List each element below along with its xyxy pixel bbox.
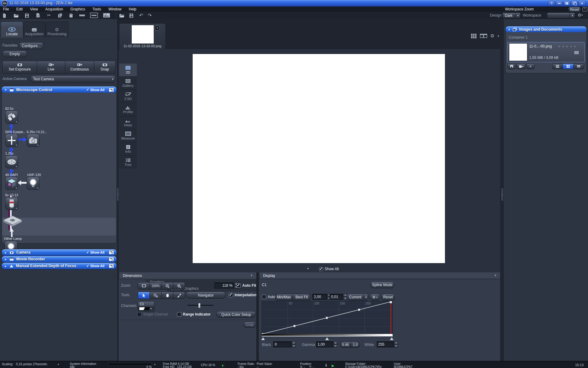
split-view-icon[interactable] [480,33,487,38]
best-fit-high-field[interactable]: 0,01 [330,294,343,300]
menu-view[interactable]: View [30,7,38,12]
view-options-caret-icon[interactable] [497,34,499,38]
save-image-icon[interactable] [128,12,135,18]
workspace-dock-icon[interactable] [582,7,587,11]
show-all-checkbox[interactable]: Show All [90,264,104,268]
copy-icon[interactable] [56,12,64,18]
filter-cube-node[interactable] [5,177,18,190]
cursor-tool-button[interactable] [138,292,150,299]
gamma-slider[interactable] [325,337,329,340]
zoom-value-field[interactable]: 118 % [214,282,234,289]
info-icon[interactable]: i [326,363,327,368]
panel-menu-caret-icon[interactable] [495,274,496,277]
white-point-line[interactable] [390,301,391,335]
close-document-icon[interactable] [155,25,160,31]
gamma-stepper[interactable] [334,341,337,347]
channel-chip[interactable]: C1 [138,301,154,312]
document-tab[interactable]: 11-02-2016 13-33-00.png [119,23,166,49]
range-indicator-checkbox[interactable] [177,312,181,316]
menu-window[interactable]: Window [108,7,122,12]
curve-handle[interactable] [293,325,296,327]
tasks-expand-icon[interactable] [154,362,156,366]
redo-icon[interactable] [146,12,153,18]
quick-color-setup-button[interactable]: Quick Color Setup [217,311,256,318]
stage-node[interactable] [3,215,22,228]
show-all-checkbox[interactable]: Show All [90,88,104,92]
interpolation-checkbox[interactable] [229,293,233,297]
zoom-out-button[interactable] [162,282,173,289]
snap-button[interactable]: Snap [94,61,115,73]
tab-acquisition[interactable]: Acquisition [23,21,45,37]
empty-favorite-button[interactable]: Empty [2,51,27,57]
dual-monitor-button[interactable] [563,1,570,6]
show-all-checkbox[interactable]: Show All [90,251,104,254]
display-gear-menu[interactable] [370,294,380,301]
gamma-field[interactable]: 1,00 [316,341,333,347]
binocular-node[interactable] [5,111,18,124]
minimize-button[interactable] [556,1,563,6]
histogram-plot[interactable]: 50 100 150 200 [262,301,393,336]
black-point-slider[interactable] [261,337,265,340]
curve-handle[interactable] [390,301,392,303]
continuous-button[interactable]: Continuous [65,61,94,73]
zoom-in-button[interactable] [173,282,185,289]
hxp-lamp-node[interactable] [27,177,40,190]
curve-handle[interactable] [326,317,328,319]
mode-select[interactable]: Current [347,294,369,301]
scaling-expand-icon[interactable] [58,362,59,366]
tab-dimensions[interactable]: Dimensions [119,272,257,279]
display-reset-button[interactable]: Reset [381,294,395,301]
eyepiece-beamsplitter-node[interactable] [5,134,18,147]
tab-locate[interactable]: Locate [1,21,23,37]
lut-curve[interactable] [262,301,393,335]
save-icon[interactable] [23,12,31,18]
movie-recorder-panel-header[interactable]: Movie Recorder [2,256,117,263]
close-file-button[interactable] [526,63,534,69]
workspace-select[interactable] [547,13,575,18]
menu-graphics[interactable]: Graphics [70,7,85,12]
single-channel-checkbox[interactable] [137,312,141,316]
configure-button[interactable]: Configure... [19,42,43,49]
undo-icon[interactable] [138,12,145,18]
gamma-10-button[interactable]: 1.0 [351,342,360,347]
undock-icon[interactable] [109,88,114,92]
view-tab-info[interactable]: iInfo [119,143,137,156]
live-button[interactable]: Live [37,61,65,73]
undock-icon[interactable] [109,264,114,268]
best-fit-button[interactable]: Best Fit [293,294,311,300]
white-stepper[interactable] [394,341,398,347]
best-fit-low-field[interactable]: 2,00 [312,294,327,300]
auto-checkbox[interactable] [262,295,266,299]
view-tab-profile[interactable]: Profile [119,103,137,116]
view-tab-histo[interactable]: Histo [119,116,137,129]
ruler-icon[interactable] [78,12,86,18]
crop-button[interactable]: Crop [243,322,256,328]
show-all-controls-checkbox[interactable] [319,267,323,271]
view-tab-2d[interactable]: 2D [119,63,137,77]
tab-processing[interactable]: Processing [45,21,69,37]
menu-acquisition[interactable]: Acquisition [45,7,63,12]
menu-tools[interactable]: Tools [92,7,101,12]
save-file-button[interactable] [507,63,515,69]
image-canvas[interactable] [193,54,445,263]
active-camera-select[interactable]: Test Camera [31,75,115,82]
navigator-button[interactable]: Navigator [186,292,225,299]
restore-button[interactable] [571,1,578,6]
manual-edf-panel-header[interactable]: Manual Extended Depth of Focus Show All [2,263,117,269]
black-field[interactable]: 0 [273,341,292,347]
tab-display[interactable]: Display [259,272,501,279]
find-icon[interactable] [34,12,42,18]
undock-icon[interactable] [109,257,114,261]
microscope-control-header[interactable]: Microscope Control Show All [2,86,117,93]
close-button[interactable] [579,1,586,6]
min-max-button[interactable]: Min/Max [275,294,293,300]
help-button[interactable] [548,1,555,6]
view-tab-25d[interactable]: 2.5D [119,90,137,103]
view-tab-gallery[interactable]: Gallery [119,77,137,90]
white-field[interactable]: 255 [377,341,394,347]
reopen-file-button[interactable] [516,63,526,69]
detail-view-button[interactable] [563,64,574,69]
view-options-gear-icon[interactable] [490,33,494,39]
cut-icon[interactable] [45,12,53,18]
menu-help[interactable]: Help [129,7,137,12]
